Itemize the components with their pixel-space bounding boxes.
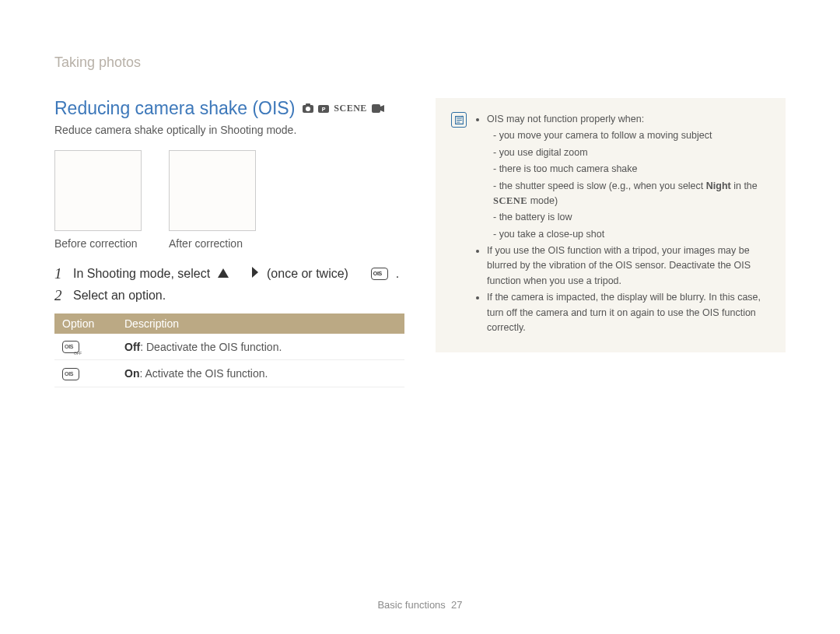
note-intro: OIS may not function properly when: [487, 114, 644, 124]
svg-text:P: P [322, 107, 326, 112]
step-1: 1 In Shooting mode, select (once or twic… [54, 265, 404, 282]
option-text: : Deactivate the OIS function. [140, 341, 282, 353]
step-text: In Shooting mode, select [73, 267, 210, 281]
chevron-right-icon [251, 267, 259, 281]
footer-label: Basic functions [377, 599, 445, 611]
note-icon [451, 112, 467, 128]
table-row: Off: Deactivate the OIS function. [54, 334, 404, 360]
ois-on-icon [371, 268, 388, 280]
note-bullet: If the camera is impacted, the display w… [487, 290, 770, 335]
camera-p-icon: P [318, 102, 329, 116]
before-label: Before correction [54, 237, 142, 250]
before-thumbnail [54, 150, 142, 231]
note-bullet: If you use the OIS function with a tripo… [487, 243, 770, 289]
step-text: Select an option. [73, 289, 166, 303]
ois-off-icon [62, 341, 79, 353]
note-sub-item: the shutter speed is slow (e.g., when yo… [493, 179, 770, 209]
step-mid: (once or twice) [267, 267, 348, 281]
option-text: : Activate the OIS function. [139, 367, 268, 380]
section-label: Taking photos [54, 54, 786, 71]
option-bold: On [124, 367, 139, 380]
note-sub-item: you use digital zoom [493, 145, 770, 160]
svg-rect-1 [306, 103, 310, 106]
note-content: OIS may not function properly when: you … [474, 112, 770, 337]
note-sub-item: the battery is low [493, 210, 770, 225]
scene-icon: SCENE [334, 103, 367, 114]
options-table: Option Description Off: Deactivate the O… [54, 313, 404, 387]
camera-icon [303, 102, 313, 116]
step-suffix: . [396, 267, 399, 281]
page-number: 27 [451, 599, 462, 611]
step-2: 2 Select an option. [54, 287, 404, 304]
triangle-up-icon [218, 267, 229, 281]
th-description: Description [117, 313, 404, 334]
note-sub-item: you move your camera to follow a moving … [493, 128, 770, 143]
video-icon [372, 102, 384, 116]
after-label: After correction [169, 237, 256, 250]
intro-text: Reduce camera shake optically in Shootin… [54, 124, 404, 136]
after-thumbnail [169, 150, 256, 231]
page-title: Reducing camera shake (OIS) [54, 98, 295, 119]
step-number: 2 [54, 287, 65, 304]
table-row: On: Activate the OIS function. [54, 360, 404, 387]
svg-point-2 [306, 107, 310, 111]
footer: Basic functions 27 [0, 599, 840, 611]
mode-icons-row: P SCENE [303, 102, 384, 116]
svg-rect-5 [372, 104, 380, 113]
note-sub-item: there is too much camera shake [493, 162, 770, 177]
ois-on-icon [62, 368, 79, 380]
note-sub-item: you take a close-up shot [493, 227, 770, 242]
option-bold: Off [124, 341, 140, 353]
th-option: Option [54, 313, 117, 334]
step-number: 1 [54, 265, 65, 282]
note-box: OIS may not function properly when: you … [436, 98, 786, 352]
